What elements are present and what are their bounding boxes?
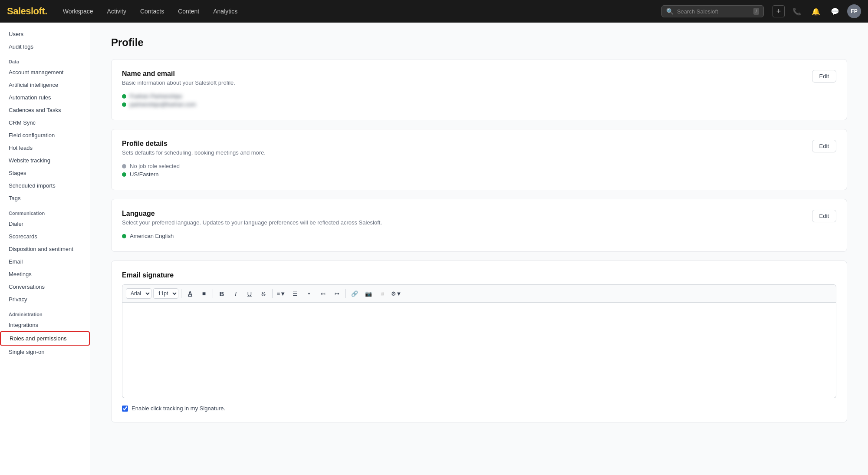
- font-size-select[interactable]: 11pt: [153, 288, 178, 299]
- job-role-text: No job role selected: [130, 163, 180, 169]
- highlight-color-button[interactable]: ■: [198, 287, 210, 300]
- green-dot-icon: [122, 94, 126, 99]
- outdent-button[interactable]: ↤: [317, 287, 329, 300]
- avatar[interactable]: FP: [847, 4, 861, 18]
- timezone-row: US/Eastern: [122, 171, 836, 178]
- profile-details-card: Profile details Sets defaults for schedu…: [111, 129, 847, 190]
- profile-email: partnerships@fuelran.com: [130, 101, 196, 108]
- sidebar-item-meetings[interactable]: Meetings: [0, 268, 90, 280]
- profile-details-edit-button[interactable]: Edit: [812, 140, 836, 152]
- strikethrough-button[interactable]: S: [257, 287, 270, 300]
- click-tracking-checkbox[interactable]: [122, 406, 128, 412]
- sidebar-item-conversations[interactable]: Conversations: [0, 280, 90, 293]
- email-signature-card: Email signature Arial 11pt A: [111, 261, 847, 422]
- sidebar-item-artificial-intelligence[interactable]: Artificial intelligence: [0, 79, 90, 91]
- email-signature-title: Email signature: [122, 271, 836, 279]
- language-title: Language: [122, 210, 836, 218]
- page-title: Profile: [111, 36, 847, 49]
- table-button[interactable]: ◽: [376, 287, 388, 300]
- sidebar-item-hot-leads[interactable]: Hot leads: [0, 142, 90, 154]
- profile-name-row: Fuelran Partnerships: [122, 93, 836, 99]
- italic-button[interactable]: I: [230, 287, 242, 300]
- phone-icon-button[interactable]: 📞: [790, 4, 804, 18]
- ordered-list-button[interactable]: ☰: [289, 287, 301, 300]
- search-input[interactable]: [677, 8, 750, 15]
- logo[interactable]: Salesloft.: [7, 6, 47, 17]
- editor-body[interactable]: [122, 303, 836, 398]
- profile-name: Fuelran Partnerships: [130, 93, 182, 99]
- timezone-text: US/Eastern: [130, 171, 158, 178]
- sidebar-item-integrations[interactable]: Integrations: [0, 319, 90, 331]
- underline-button[interactable]: U: [243, 287, 256, 300]
- toolbar-divider-1: [181, 289, 181, 298]
- toolbar-divider-2: [213, 289, 213, 298]
- sidebar-item-dialer[interactable]: Dialer: [0, 218, 90, 230]
- sidebar-item-tags[interactable]: Tags: [0, 192, 90, 205]
- sidebar-item-email[interactable]: Email: [0, 255, 90, 268]
- nav-item-workspace[interactable]: Workspace: [58, 5, 99, 17]
- nav-item-activity[interactable]: Activity: [102, 5, 132, 17]
- search-icon: 🔍: [666, 8, 674, 15]
- sidebar-item-disposition-and-sentiment[interactable]: Disposition and sentiment: [0, 243, 90, 255]
- name-and-email-desc: Basic information about your Salesloft p…: [122, 79, 836, 86]
- sidebar-item-account-management[interactable]: Account management: [0, 66, 90, 79]
- green-dot-icon-2: [122, 102, 126, 107]
- sidebar-item-crm-sync[interactable]: CRM Sync: [0, 116, 90, 129]
- sidebar-item-audit-logs[interactable]: Audit logs: [0, 40, 90, 53]
- bold-button[interactable]: B: [216, 287, 228, 300]
- language-edit-button[interactable]: Edit: [812, 210, 836, 222]
- editor-container: Arial 11pt A ■ B: [122, 284, 836, 398]
- language-row: American English: [122, 233, 836, 239]
- profile-details-title: Profile details: [122, 140, 836, 148]
- job-role-row: No job role selected: [122, 163, 836, 169]
- toolbar-divider-3: [272, 289, 273, 298]
- nav-item-contacts[interactable]: Contacts: [135, 5, 169, 17]
- language-card: Language Select your preferred language.…: [111, 199, 847, 252]
- logo-text: Salesloft: [7, 6, 45, 16]
- toolbar-divider-4: [345, 289, 346, 298]
- font-color-button[interactable]: A: [184, 287, 196, 300]
- click-tracking-row: Enable click tracking in my Signature.: [122, 405, 836, 412]
- sidebar-item-roles-and-permissions[interactable]: Roles and permissions: [0, 331, 90, 346]
- sidebar-item-stages[interactable]: Stages: [0, 167, 90, 179]
- bell-icon-button[interactable]: 🔔: [809, 4, 823, 18]
- more-options-button[interactable]: ⚙▼: [390, 287, 402, 300]
- sidebar-item-users[interactable]: Users: [0, 28, 90, 40]
- image-button[interactable]: 📷: [362, 287, 375, 300]
- sidebar-item-cadences-and-tasks[interactable]: Cadences and Tasks: [0, 104, 90, 116]
- chat-icon-button[interactable]: 💬: [828, 4, 842, 18]
- sidebar-item-field-configuration[interactable]: Field configuration: [0, 129, 90, 142]
- click-tracking-label: Enable click tracking in my Signature.: [132, 405, 225, 412]
- name-and-email-edit-button[interactable]: Edit: [812, 70, 836, 82]
- sidebar-category-data: Data: [0, 53, 90, 66]
- green-dot-icon-3: [122, 172, 126, 177]
- main-content: Profile Name and email Basic information…: [90, 23, 868, 475]
- sidebar-item-website-tracking[interactable]: Website tracking: [0, 154, 90, 167]
- unordered-list-button[interactable]: •: [303, 287, 315, 300]
- link-button[interactable]: 🔗: [349, 287, 361, 300]
- indent-button[interactable]: ↦: [331, 287, 343, 300]
- logo-dot: .: [45, 6, 47, 16]
- search-bar[interactable]: 🔍 /: [661, 5, 764, 17]
- sidebar-item-scheduled-imports[interactable]: Scheduled imports: [0, 179, 90, 192]
- language-text: American English: [130, 233, 174, 239]
- sidebar-item-automation-rules[interactable]: Automation rules: [0, 91, 90, 104]
- top-navigation: Salesloft. Workspace Activity Contacts C…: [0, 0, 868, 23]
- sidebar-item-privacy[interactable]: Privacy: [0, 293, 90, 306]
- nav-icons: + 📞 🔔 💬 FP: [773, 4, 861, 18]
- sidebar: Users Audit logs Data Account management…: [0, 23, 90, 475]
- sidebar-item-single-sign-on[interactable]: Single sign-on: [0, 346, 90, 358]
- sidebar-item-scorecards[interactable]: Scorecards: [0, 230, 90, 243]
- app-layout: Users Audit logs Data Account management…: [0, 23, 868, 475]
- font-family-select[interactable]: Arial: [126, 288, 151, 299]
- editor-toolbar: Arial 11pt A ■ B: [122, 284, 836, 303]
- language-desc: Select your preferred language. Updates …: [122, 219, 836, 226]
- sidebar-category-administration: Administration: [0, 306, 90, 319]
- gray-dot-icon: [122, 164, 126, 168]
- add-button[interactable]: +: [773, 5, 785, 17]
- nav-item-content[interactable]: Content: [173, 5, 204, 17]
- nav-item-analytics[interactable]: Analytics: [208, 5, 243, 17]
- profile-details-desc: Sets defaults for scheduling, booking me…: [122, 149, 836, 156]
- green-dot-icon-4: [122, 234, 126, 238]
- align-button[interactable]: ≡▼: [275, 287, 287, 300]
